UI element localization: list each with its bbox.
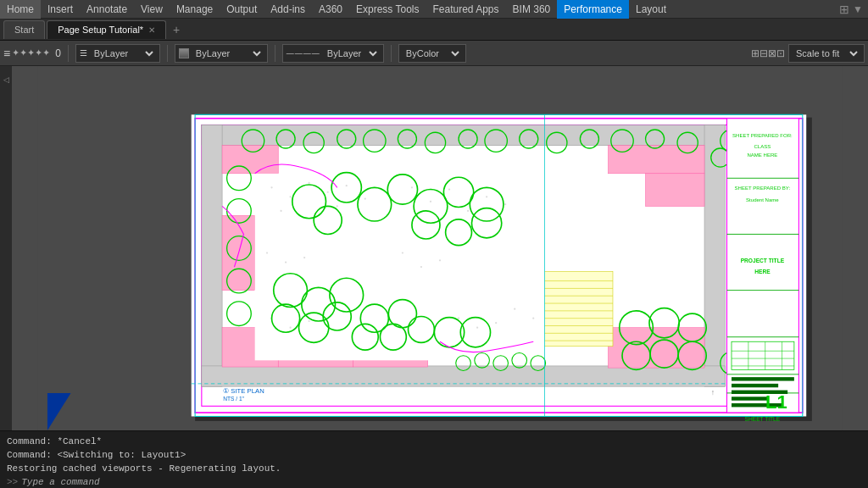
svg-text:NAME HERE: NAME HERE — [747, 152, 777, 158]
svg-point-42 — [448, 188, 450, 190]
svg-point-47 — [285, 261, 287, 263]
svg-point-58 — [514, 308, 515, 310]
cmd-line-3: Restoring cached viewports - Regeneratin… — [7, 462, 861, 475]
lineweight-dropdown[interactable]: ByColor — [398, 44, 466, 63]
svg-point-54 — [309, 320, 310, 322]
toolbar-separator-1 — [68, 45, 69, 62]
cad-drawing: SHEET PREPARED FOR: CLASS NAME HERE SHEE… — [12, 66, 868, 430]
workspace-icon[interactable]: ⊞ — [839, 3, 849, 16]
cmd-line-2: Command: <Switching to: Layout1> — [7, 448, 861, 462]
command-line: Command: *Cancel* Command: <Switching to… — [0, 430, 868, 488]
left-panel: ◁ — [0, 66, 12, 430]
svg-text:↑: ↑ — [711, 388, 715, 396]
svg-text:L1: L1 — [765, 391, 787, 413]
toolbar-separator-4 — [391, 45, 392, 62]
svg-text:PROJECT TITLE: PROJECT TITLE — [741, 258, 785, 263]
toolbar: ≡ ✦✦✦✦✦ 0 ☰ ByLayer ByLayer ———— ByLayer… — [0, 41, 868, 66]
scale-dropdown[interactable]: Scale to fit — [788, 44, 865, 63]
tab-start[interactable]: Start — [3, 20, 45, 39]
menu-output[interactable]: Output — [220, 0, 264, 19]
menu-layout[interactable]: Layout — [629, 0, 673, 19]
svg-point-51 — [439, 259, 441, 261]
svg-point-37 — [280, 210, 281, 212]
svg-text:SHEET PREPARED FOR:: SHEET PREPARED FOR: — [732, 133, 793, 138]
main-area: ◁ — [0, 66, 868, 430]
menu-home[interactable]: Home — [0, 0, 41, 19]
layer-count: 0 — [55, 47, 61, 59]
svg-point-55 — [458, 318, 459, 319]
svg-point-32 — [289, 196, 291, 197]
tab-page-setup[interactable]: Page Setup Tutorial* ✕ — [47, 20, 166, 39]
svg-rect-17 — [646, 174, 704, 207]
tab-close-icon[interactable]: ✕ — [148, 25, 155, 35]
command-input-placeholder: Type a command — [21, 477, 99, 487]
toolbar-separator-2 — [167, 45, 168, 62]
svg-point-33 — [309, 182, 310, 184]
svg-point-45 — [504, 203, 506, 205]
prompt-symbol: >> — [7, 477, 18, 487]
svg-rect-16 — [608, 146, 704, 174]
menu-annotate[interactable]: Annotate — [80, 0, 134, 19]
svg-rect-8 — [202, 125, 222, 386]
drawing-canvas-area[interactable]: SHEET PREPARED FOR: CLASS NAME HERE SHEE… — [12, 66, 868, 430]
svg-point-46 — [266, 252, 268, 253]
svg-point-44 — [486, 196, 487, 197]
menu-featured-apps[interactable]: Featured Apps — [426, 0, 505, 19]
svg-point-31 — [270, 186, 272, 188]
linetype-dropdown[interactable]: ———— ByLayer — [282, 44, 384, 63]
svg-point-50 — [420, 266, 422, 268]
tab-bar: Start Page Setup Tutorial* ✕ + — [0, 19, 868, 41]
search-icon[interactable]: ▼ — [853, 3, 863, 15]
svg-text:SHEET PREPARED BY:: SHEET PREPARED BY: — [735, 186, 791, 191]
svg-point-57 — [495, 322, 497, 324]
color-select[interactable]: ByLayer — [192, 47, 264, 59]
svg-point-53 — [289, 327, 291, 329]
menu-a360[interactable]: A360 — [312, 0, 349, 19]
svg-point-49 — [402, 252, 403, 253]
svg-text:NTS / 1": NTS / 1" — [223, 396, 244, 402]
svg-rect-18 — [608, 328, 704, 368]
scale-select[interactable]: Scale to fit — [793, 47, 860, 59]
command-prompt[interactable]: >> Type a command — [7, 477, 861, 487]
svg-rect-145 — [732, 396, 769, 400]
menu-performance[interactable]: Performance — [557, 0, 629, 19]
menu-view[interactable]: View — [134, 0, 170, 19]
menu-addins[interactable]: Add-ins — [264, 0, 312, 19]
menu-express-tools[interactable]: Express Tools — [349, 0, 426, 19]
svg-rect-121 — [726, 119, 798, 413]
svg-rect-19 — [542, 272, 613, 347]
svg-rect-9 — [704, 125, 725, 386]
svg-rect-142 — [732, 377, 794, 380]
linetype-select[interactable]: ByLayer — [324, 47, 380, 59]
tab-add-button[interactable]: + — [168, 21, 185, 38]
left-panel-icons: ◁ — [0, 69, 12, 137]
lineweight-select[interactable]: ByColor — [403, 47, 462, 59]
toolbar-icons: ✦✦✦✦✦ — [12, 47, 50, 58]
menu-manage[interactable]: Manage — [170, 0, 220, 19]
color-dropdown[interactable]: ByLayer — [175, 44, 268, 63]
layer-dropdown[interactable]: ☰ ByLayer — [75, 44, 160, 63]
menu-bim360[interactable]: BIM 360 — [506, 0, 558, 19]
svg-text:◁: ◁ — [3, 75, 9, 84]
svg-point-56 — [476, 327, 478, 329]
layer-select[interactable]: ByLayer — [91, 47, 156, 59]
svg-point-59 — [532, 318, 534, 319]
svg-point-41 — [430, 201, 431, 202]
svg-point-48 — [303, 257, 305, 258]
layer-icon: ≡ — [3, 47, 10, 60]
svg-text:CLASS: CLASS — [754, 144, 771, 149]
menu-insert[interactable]: Insert — [41, 0, 80, 19]
svg-rect-29 — [255, 174, 545, 361]
svg-point-40 — [411, 186, 413, 188]
toolbar-separator-3 — [275, 45, 275, 62]
toolbar-left-tools: ≡ ✦✦✦✦✦ 0 — [3, 47, 61, 60]
svg-point-35 — [346, 185, 348, 186]
menu-bar: Home Insert Annotate View Manage Output … — [0, 0, 868, 19]
svg-text:SHEET TITLE: SHEET TITLE — [745, 416, 781, 422]
svg-point-34 — [327, 191, 329, 193]
svg-text:HERE: HERE — [754, 269, 771, 274]
svg-point-36 — [364, 197, 366, 199]
color-swatch — [179, 48, 189, 58]
view-icons: ⊞⊟⊠⊡ — [751, 47, 785, 59]
svg-point-39 — [337, 205, 338, 207]
